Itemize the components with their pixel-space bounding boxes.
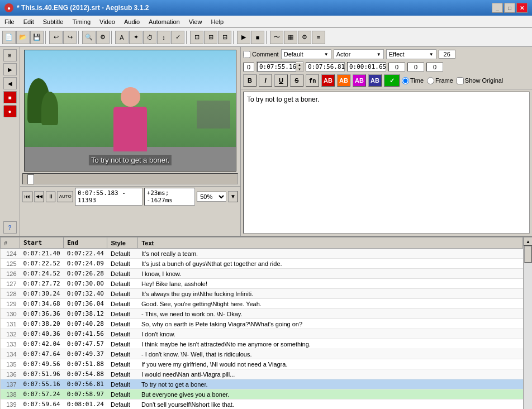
table-row[interactable]: 1240:07:21.400:07:22.44DefaultIt's not r… xyxy=(1,249,523,259)
table-row[interactable]: 1270:07:27.720:07:30.00DefaultHey! Bike … xyxy=(1,279,523,289)
table-row[interactable]: 1340:07:47.640:07:49.37Default- I don't … xyxy=(1,349,523,359)
waveform-button[interactable]: 〜 xyxy=(270,31,283,44)
check-button[interactable]: ✓ xyxy=(171,31,184,44)
play-prev-button[interactable]: ⏮ xyxy=(22,191,32,202)
time-radio[interactable] xyxy=(402,77,409,84)
pause-button[interactable]: ⏸ xyxy=(46,191,56,202)
zoom-dropdown-button[interactable]: ▼ xyxy=(228,191,238,202)
table-row[interactable]: 1250:07:22.520:07:24.09DefaultIt's just … xyxy=(1,259,523,269)
table-row[interactable]: 1290:07:34.680:07:36.04DefaultGood. See,… xyxy=(1,299,523,309)
color1-button[interactable]: AB xyxy=(321,74,335,87)
color2-button[interactable]: AB xyxy=(337,74,350,87)
settings-button[interactable]: ⚙ xyxy=(298,31,311,44)
color4-button[interactable]: AB xyxy=(368,74,382,87)
style-dropdown[interactable]: Default ▼ xyxy=(281,49,331,59)
table-row[interactable]: 1300:07:36.360:07:38.12Default- This, we… xyxy=(1,309,523,319)
spectrum-button[interactable]: ▦ xyxy=(284,31,297,44)
color3-button[interactable]: AB xyxy=(353,74,366,87)
side-btn-1[interactable]: ⊞ xyxy=(3,49,17,61)
zoom-select[interactable]: 50% 100% 25% xyxy=(197,192,226,202)
open-button[interactable]: 📂 xyxy=(16,31,30,44)
italic-button[interactable]: I xyxy=(259,74,272,87)
frame-radio-label[interactable]: Frame xyxy=(427,77,453,84)
video-play-button[interactable]: ▶ xyxy=(237,31,250,44)
redo-button[interactable]: ↪ xyxy=(63,31,77,44)
menu-subtitle[interactable]: Subtitle xyxy=(39,16,68,27)
sort-button[interactable]: ↕ xyxy=(157,31,170,44)
side-btn-3[interactable]: ◀ xyxy=(3,77,17,89)
snap-button[interactable]: ⊡ xyxy=(190,31,203,44)
properties-button[interactable]: ✦ xyxy=(129,31,142,44)
font-button[interactable]: fn xyxy=(306,74,319,87)
start-time-input[interactable]: 0:07:55.16 xyxy=(257,62,296,72)
commit-button[interactable]: ✓ xyxy=(384,74,400,87)
scroll-track[interactable] xyxy=(524,246,532,409)
log-button[interactable]: ≡ xyxy=(312,31,325,44)
subtitle-text-editor[interactable]: To try not to get a boner. xyxy=(243,92,530,234)
underline-button[interactable]: U xyxy=(274,74,288,87)
shift-times-button[interactable]: ⏱ xyxy=(143,31,156,44)
margin-l-input[interactable]: 0 xyxy=(388,63,405,72)
start-time-down[interactable]: ▼ xyxy=(296,67,303,72)
margin-r-input[interactable]: 0 xyxy=(407,63,424,72)
margin-num[interactable]: 0 xyxy=(243,63,254,72)
actor-dropdown[interactable]: Actor ▼ xyxy=(334,49,384,59)
menu-timing[interactable]: Timing xyxy=(68,16,95,27)
bold-button[interactable]: B xyxy=(243,74,256,87)
side-btn-2[interactable]: ▶ xyxy=(3,63,17,75)
table-row[interactable]: 1350:07:49.560:07:51.88DefaultIf you wer… xyxy=(1,359,523,369)
play-prev-frame-button[interactable]: ◀◀ xyxy=(34,191,44,202)
video-stop-button[interactable]: ■ xyxy=(251,31,264,44)
auto-button[interactable]: AUTO xyxy=(57,191,73,202)
show-original-label[interactable]: Show Original xyxy=(457,77,503,84)
style-button[interactable]: A xyxy=(115,31,129,44)
table-row[interactable]: 1320:07:40.360:07:41.56DefaultI don't kn… xyxy=(1,329,523,339)
side-btn-rec[interactable]: ● xyxy=(3,105,17,117)
table-row[interactable]: 1330:07:42.040:07:47.57DefaultI think ma… xyxy=(1,339,523,349)
menu-file[interactable]: File xyxy=(0,16,19,27)
time-radio-label[interactable]: Time xyxy=(402,77,424,84)
scroll-thumb[interactable] xyxy=(524,246,532,263)
side-btn-red[interactable]: ■ xyxy=(3,91,17,103)
menu-view[interactable]: View xyxy=(184,16,207,27)
effect-dropdown[interactable]: Effect ▼ xyxy=(386,49,436,59)
split-button[interactable]: ⊟ xyxy=(218,31,231,44)
find-button[interactable]: 🔍 xyxy=(82,31,96,44)
end-time-input[interactable]: 0:07:56.81 xyxy=(306,62,345,72)
menu-audio[interactable]: Audio xyxy=(120,16,144,27)
margin-v-input[interactable]: 0 xyxy=(426,63,443,72)
join-button[interactable]: ⊞ xyxy=(204,31,217,44)
side-btn-help[interactable]: ? xyxy=(3,221,17,234)
duration-input[interactable]: 0:00:01.65 xyxy=(347,62,386,72)
menu-edit[interactable]: Edit xyxy=(19,16,39,27)
save-button[interactable]: 💾 xyxy=(30,31,44,44)
show-original-checkbox[interactable] xyxy=(457,77,464,84)
table-row[interactable]: 1390:07:59.640:08:01.24DefaultDon't sell… xyxy=(1,400,523,410)
new-button[interactable]: 📄 xyxy=(2,31,16,44)
layer-input[interactable]: 26 xyxy=(439,50,455,59)
table-row[interactable]: 1380:07:57.240:07:58.97DefaultBut everyo… xyxy=(1,389,523,400)
strikeout-button[interactable]: S xyxy=(290,74,303,87)
table-row[interactable]: 1260:07:24.520:07:26.28DefaultI know, I … xyxy=(1,269,523,279)
menu-automation[interactable]: Automation xyxy=(144,16,184,27)
table-scrollbar[interactable]: ▲ ▼ xyxy=(523,237,532,409)
replace-button[interactable]: ⚙ xyxy=(96,31,110,44)
menu-help[interactable]: Help xyxy=(206,16,228,27)
table-row[interactable]: 1370:07:55.160:07:56.81DefaultTo try not… xyxy=(1,379,523,389)
start-time-up[interactable]: ▲ xyxy=(296,63,303,67)
undo-button[interactable]: ↩ xyxy=(49,31,63,44)
timeline-slider[interactable] xyxy=(22,173,238,184)
close-button[interactable]: ✕ xyxy=(516,3,528,13)
table-row[interactable]: 1310:07:38.200:07:40.28DefaultSo, why on… xyxy=(1,319,523,329)
table-row[interactable]: 1280:07:30.240:07:32.40DefaultIt's alway… xyxy=(1,289,523,299)
main-toolbar: 📄 📂 💾 ↩ ↪ 🔍 ⚙ A ✦ ⏱ ↕ ✓ ⊡ ⊞ ⊟ ▶ ■ 〜 ▦ ⚙ … xyxy=(0,28,532,47)
timeline-handle[interactable] xyxy=(27,174,34,184)
scroll-up-arrow[interactable]: ▲ xyxy=(524,237,532,246)
editor-row2: 0 0:07:55.16 ▲ ▼ 0:07:56.81 0:00:01.65 0… xyxy=(243,61,530,72)
maximize-button[interactable]: □ xyxy=(504,3,515,13)
comment-checkbox[interactable] xyxy=(243,51,250,58)
minimize-button[interactable]: _ xyxy=(492,3,503,13)
table-row[interactable]: 1360:07:51.960:07:54.88DefaultI would ne… xyxy=(1,369,523,379)
menu-video[interactable]: Video xyxy=(95,16,120,27)
frame-radio[interactable] xyxy=(427,77,434,84)
